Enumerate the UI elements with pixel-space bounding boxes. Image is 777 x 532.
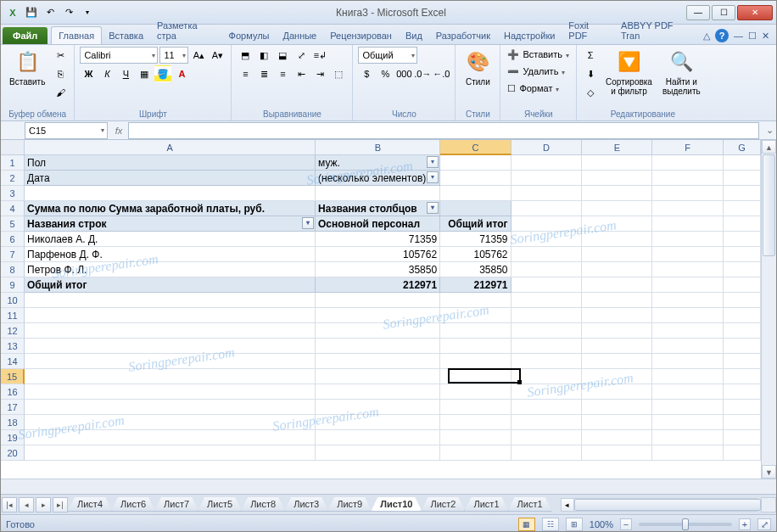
filter-dropdown-icon[interactable]: ▾ xyxy=(302,217,314,229)
row-header-12[interactable]: 12 xyxy=(1,323,25,339)
currency-icon[interactable]: $ xyxy=(358,65,375,82)
tab-abbyy[interactable]: ABBYY PDF Tran xyxy=(614,17,696,44)
cell[interactable]: 71359 xyxy=(316,232,440,247)
cell[interactable] xyxy=(440,308,511,323)
cell[interactable] xyxy=(582,247,652,262)
vscroll-thumb[interactable] xyxy=(763,154,775,256)
cell[interactable] xyxy=(724,323,761,339)
tab-page-layout[interactable]: Разметка стра xyxy=(150,17,222,44)
scroll-up-icon[interactable]: ▲ xyxy=(762,140,776,154)
autosum-icon[interactable]: Σ xyxy=(582,47,599,64)
cell[interactable] xyxy=(440,430,511,445)
cell[interactable]: 71359 xyxy=(440,232,511,247)
cell[interactable] xyxy=(582,384,652,400)
row-header-14[interactable]: 14 xyxy=(1,354,25,369)
cell[interactable] xyxy=(440,186,511,201)
page-layout-view-icon[interactable]: ☷ xyxy=(542,518,559,531)
row-header-11[interactable]: 11 xyxy=(1,308,25,323)
cell[interactable] xyxy=(511,354,582,369)
row-header-15[interactable]: 15 xyxy=(1,369,25,384)
cell[interactable] xyxy=(724,293,761,308)
close-button[interactable]: ✕ xyxy=(737,5,773,20)
cell[interactable] xyxy=(652,308,723,323)
window-restore-icon[interactable]: ☐ xyxy=(748,31,757,42)
cell[interactable]: Николаев А. Д. xyxy=(25,232,316,247)
cell[interactable] xyxy=(511,308,582,323)
row-header-3[interactable]: 3 xyxy=(1,186,25,201)
cell[interactable] xyxy=(724,155,761,171)
cell[interactable] xyxy=(511,232,582,247)
excel-icon[interactable]: X xyxy=(4,4,21,21)
sheet-nav-next-icon[interactable]: ▸ xyxy=(36,497,51,512)
select-all-corner[interactable] xyxy=(1,140,25,155)
cell[interactable] xyxy=(25,415,316,430)
row-header-1[interactable]: 1 xyxy=(1,155,25,171)
fx-icon[interactable]: fx xyxy=(109,126,128,136)
cell[interactable] xyxy=(440,384,511,400)
cell[interactable] xyxy=(511,201,582,216)
qat-customize-icon[interactable]: ▾ xyxy=(79,4,96,21)
decrease-font-icon[interactable]: A▾ xyxy=(209,47,226,64)
cell[interactable] xyxy=(511,430,582,445)
cell[interactable] xyxy=(316,354,440,369)
cell[interactable] xyxy=(652,369,723,384)
cell[interactable] xyxy=(511,155,582,171)
cell[interactable] xyxy=(652,384,723,400)
cell[interactable]: Сумма по полю Сумма заработной платы, ру… xyxy=(25,201,316,216)
cell[interactable] xyxy=(724,369,761,384)
cell[interactable] xyxy=(652,155,723,171)
format-cells-button[interactable]: ☐Формат xyxy=(506,81,571,96)
minimize-ribbon-icon[interactable]: △ xyxy=(703,31,710,42)
zoom-slider[interactable] xyxy=(639,523,732,526)
cell[interactable] xyxy=(652,201,723,216)
window-minimize-icon[interactable]: — xyxy=(734,31,743,41)
cell[interactable] xyxy=(440,293,511,308)
align-top-icon[interactable]: ⬒ xyxy=(237,47,254,64)
cell[interactable] xyxy=(724,308,761,323)
column-header-B[interactable]: B xyxy=(316,140,440,155)
cell[interactable] xyxy=(652,339,723,354)
tab-home[interactable]: Главная xyxy=(51,26,102,44)
hscroll-track[interactable] xyxy=(574,498,744,512)
cell[interactable] xyxy=(582,400,652,415)
cell[interactable] xyxy=(652,262,723,277)
copy-icon[interactable]: ⎘ xyxy=(52,65,69,82)
filter-dropdown-icon[interactable]: ▾ xyxy=(427,202,439,214)
sheet-tab[interactable]: Лист4 xyxy=(68,497,112,512)
undo-icon[interactable]: ↶ xyxy=(42,4,59,21)
cell[interactable] xyxy=(511,277,582,293)
align-right-icon[interactable]: ≡ xyxy=(274,65,291,82)
sheet-tab[interactable]: Лист8 xyxy=(241,497,285,512)
cell[interactable] xyxy=(652,430,723,445)
zoom-out-button[interactable]: − xyxy=(620,518,632,530)
cell[interactable] xyxy=(724,445,761,461)
sort-filter-button[interactable]: 🔽 Сортировка и фильтр xyxy=(602,47,656,98)
fill-icon[interactable]: ⬇ xyxy=(582,65,599,82)
font-size-combo[interactable]: 11 xyxy=(159,47,188,64)
column-header-E[interactable]: E xyxy=(582,140,652,155)
cell[interactable] xyxy=(724,216,761,232)
cell[interactable] xyxy=(582,216,652,232)
cell[interactable] xyxy=(724,400,761,415)
column-header-G[interactable]: G xyxy=(724,140,761,155)
cell[interactable] xyxy=(724,201,761,216)
number-format-combo[interactable]: Общий xyxy=(358,47,417,64)
formula-input[interactable] xyxy=(128,122,759,139)
cell[interactable] xyxy=(724,171,761,186)
cell[interactable] xyxy=(724,430,761,445)
cell[interactable] xyxy=(25,308,316,323)
zoom-in-button[interactable]: + xyxy=(739,518,751,530)
help-icon[interactable]: ? xyxy=(715,29,729,42)
cell[interactable] xyxy=(652,216,723,232)
cell[interactable] xyxy=(724,354,761,369)
cell[interactable] xyxy=(316,415,440,430)
clear-icon[interactable]: ◇ xyxy=(582,84,599,101)
scroll-left-icon[interactable]: ◂ xyxy=(561,498,574,512)
underline-button[interactable]: Ч xyxy=(117,65,134,82)
wrap-text-icon[interactable]: ≡↲ xyxy=(311,47,328,64)
cell[interactable] xyxy=(440,201,511,216)
cell[interactable] xyxy=(724,277,761,293)
increase-font-icon[interactable]: A▴ xyxy=(190,47,207,64)
cell[interactable] xyxy=(652,247,723,262)
cell[interactable] xyxy=(652,293,723,308)
